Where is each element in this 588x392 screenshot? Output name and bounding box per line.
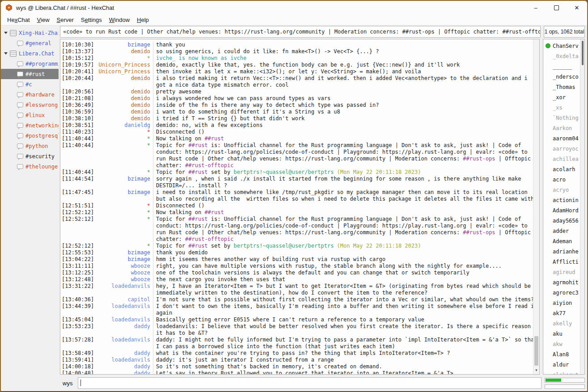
- userlist-scrollbar[interactable]: [580, 39, 584, 374]
- tree-item--programming[interactable]: ##programming: [1, 59, 59, 69]
- user-item--ndersco[interactable]: _ndersco: [543, 72, 584, 82]
- nick-demido[interactable]: demido: [97, 89, 153, 95]
- tree-item--c[interactable]: #c: [1, 79, 59, 89]
- own-nick-button[interactable]: wys: [60, 380, 75, 387]
- tree-item--networking[interactable]: #networking: [1, 120, 59, 131]
- user-item-acryo[interactable]: acryo: [543, 185, 584, 195]
- nick-Unicorn_Princess[interactable]: Unicorn_Princess: [97, 68, 153, 75]
- nick-loadedanvils[interactable]: loadedanvils: [97, 316, 153, 323]
- tree-item--python[interactable]: #python: [1, 141, 59, 151]
- tree-item-xing-hai-zhai[interactable]: Xing-Hai-Zhai: [1, 28, 59, 38]
- nick-daddy[interactable]: daddy: [97, 363, 153, 370]
- nick-daddy[interactable]: daddy: [97, 350, 153, 357]
- user-item-ak77[interactable]: ak77: [543, 308, 584, 318]
- menu-item-view[interactable]: View: [34, 15, 53, 25]
- nick-loadedanvils[interactable]: loadedanvils: [97, 357, 153, 363]
- minimize-icon[interactable]: –: [525, 1, 546, 14]
- user-name: akelly: [553, 320, 572, 327]
- nick-demido[interactable]: demido: [97, 75, 153, 89]
- user-item-agrmohit[interactable]: agrmohit: [543, 277, 584, 287]
- user-item-aiyion[interactable]: aiyion: [543, 298, 584, 308]
- message-input[interactable]: [78, 377, 541, 389]
- user-item-actionin[interactable]: actionin: [543, 195, 584, 205]
- tree-item--linux[interactable]: #linux: [1, 110, 59, 120]
- user-item-alan8[interactable]: Alan8: [543, 349, 584, 359]
- tree-item--rust[interactable]: ##rust: [1, 69, 59, 79]
- nick-bzimage[interactable]: bzimage: [97, 256, 153, 263]
- user-item-aday5656[interactable]: aday5656: [543, 215, 584, 226]
- user-item-chanserv[interactable]: ChanServ: [543, 41, 584, 51]
- user-item--nothing[interactable]: `Nothing: [543, 113, 584, 123]
- user-item-afflicti[interactable]: Afflicti: [543, 257, 584, 267]
- user-item-aarroyoc[interactable]: aarroyoc: [543, 143, 584, 154]
- scroll-down-icon[interactable]: ▾: [533, 367, 539, 373]
- user-item-acolarh[interactable]: acolarh: [543, 164, 584, 174]
- user-item-agireud[interactable]: agireud: [543, 267, 584, 277]
- user-item--xor[interactable]: _xor: [543, 92, 584, 102]
- tree-item--general[interactable]: #general: [1, 38, 59, 48]
- chat-line: [10:20:41]Unicorn_Princessthen invoke it…: [62, 68, 539, 75]
- tree-item-libera-chat[interactable]: Libera.Chat: [1, 48, 59, 59]
- user-item-aku[interactable]: aku: [543, 329, 584, 339]
- user-item-akw[interactable]: akw: [543, 339, 584, 349]
- user-item-aleksrut[interactable]: aleksrut: [543, 370, 584, 375]
- tree-item--lesswrong[interactable]: #lesswrong: [1, 100, 59, 110]
- chat-scrollbar-thumb[interactable]: [534, 336, 538, 366]
- maximize-icon[interactable]: [546, 1, 567, 14]
- user-item-akelly[interactable]: akelly: [543, 318, 584, 329]
- nick-demido[interactable]: demido: [97, 95, 153, 102]
- nick-wbooze[interactable]: wbooze: [97, 270, 153, 276]
- user-item-aaronm04[interactable]: aaronm04: [543, 133, 584, 143]
- nick-bzimage[interactable]: bzimage: [97, 189, 153, 202]
- nick-bzimage[interactable]: bzimage: [97, 249, 153, 256]
- user-item--[interactable]: ______: [543, 61, 584, 72]
- tree-item--security[interactable]: #security: [1, 151, 59, 161]
- userlist-scrollbar-thumb[interactable]: [582, 41, 584, 65]
- nick-danieldg[interactable]: danieldg: [97, 122, 153, 129]
- user-item-aldur[interactable]: aldur: [543, 359, 584, 370]
- topic-input[interactable]: «code» to run Rust code | Other chat/hel…: [60, 26, 541, 38]
- nick-bzimage[interactable]: bzimage: [97, 42, 153, 48]
- timestamp: [13:11:11]: [62, 263, 97, 270]
- nick-bzimage[interactable]: bzimage: [97, 176, 153, 189]
- nick-loadedanvils[interactable]: loadedanvils: [97, 283, 153, 296]
- expander-icon[interactable]: [4, 32, 8, 34]
- user-item-aarkon[interactable]: Aarkon: [543, 123, 584, 133]
- tree-item--hardware[interactable]: #hardware: [1, 89, 59, 100]
- nick-wbooze[interactable]: wbooze: [97, 276, 153, 283]
- nick-loadedanvils[interactable]: loadedanvils: [97, 303, 153, 316]
- hexchat-window: wys @ Libera.Chat / ##rust - HexChat – ✕…: [0, 0, 588, 392]
- chat-scrollbar[interactable]: ▾: [533, 39, 539, 374]
- menu-item-window[interactable]: Window: [106, 15, 133, 25]
- chat-panel[interactable]: [10:10:30]bzimagethank you[10:13:37]demi…: [60, 39, 540, 375]
- menu-item-settings[interactable]: Settings: [77, 15, 106, 25]
- tree-item--postgresql[interactable]: #postgresql: [1, 131, 59, 141]
- user-list-panel[interactable]: ChanServ_0xdelta_______ndersco_Thomas_xo…: [543, 39, 585, 375]
- user-item--0xdelta[interactable]: _0xdelta: [543, 51, 584, 61]
- nick-demido[interactable]: demido: [97, 48, 153, 55]
- expander-icon[interactable]: [4, 52, 8, 55]
- nick-loadedanvils[interactable]: loadedanvils: [97, 337, 153, 350]
- nick-daddy[interactable]: daddy: [97, 323, 153, 337]
- nick-capitol[interactable]: capitol: [97, 296, 153, 303]
- user-item-achillea[interactable]: achillea: [543, 154, 584, 164]
- user-item-adrianhe[interactable]: adrianhe: [543, 246, 584, 257]
- user-item--xs[interactable]: _xs: [543, 102, 584, 113]
- menu-item-help[interactable]: Help: [133, 15, 152, 25]
- user-item-acro[interactable]: acro: [543, 174, 584, 185]
- close-icon[interactable]: ✕: [567, 1, 587, 14]
- user-item-agrorec3[interactable]: agrorec3: [543, 287, 584, 298]
- user-item-adamhord[interactable]: AdamHord: [543, 205, 584, 215]
- nick-wbooze[interactable]: wbooze: [97, 263, 153, 270]
- user-item-ademan[interactable]: Ademan: [543, 236, 584, 246]
- menu-item-server[interactable]: Server: [53, 15, 77, 25]
- menu-item-hexchat[interactable]: HexChat: [4, 15, 34, 25]
- user-item--thomas[interactable]: _Thomas: [543, 82, 584, 92]
- nick-demido[interactable]: demido: [97, 115, 153, 122]
- nick-demido[interactable]: demido: [97, 109, 153, 115]
- nick-demido[interactable]: demido: [97, 102, 153, 109]
- nick-Unicorn_Princess[interactable]: Unicorn_Princess: [97, 62, 153, 68]
- nick-daddy[interactable]: daddy: [97, 370, 153, 375]
- user-item-adder[interactable]: adder: [543, 226, 584, 236]
- tree-item--thelounge[interactable]: #thelounge: [1, 161, 59, 172]
